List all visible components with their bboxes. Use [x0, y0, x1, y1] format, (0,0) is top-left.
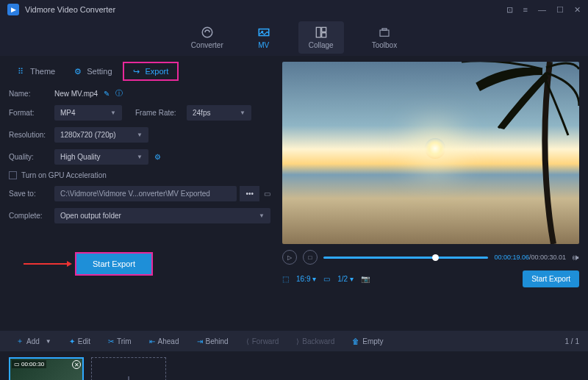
complete-select[interactable]: Open output folder▼ — [54, 208, 270, 223]
scissors-icon: ✂ — [108, 337, 114, 345]
svg-rect-4 — [321, 27, 326, 32]
forward-button[interactable]: ⟨Forward — [239, 334, 287, 348]
remove-clip-icon[interactable]: ✕ — [72, 360, 81, 369]
name-label: Name: — [9, 90, 54, 98]
page-icon: ▭ — [323, 275, 330, 283]
wand-icon: ✦ — [69, 337, 75, 345]
capture-icon[interactable]: 📷 — [361, 275, 370, 283]
behind-button[interactable]: ⇥Behind — [190, 334, 236, 348]
nav-mv[interactable]: MV — [251, 23, 276, 52]
svg-rect-7 — [382, 29, 387, 30]
ahead-icon: ⇤ — [149, 337, 155, 345]
saveto-path: C:\Vidmore\Vidmore V...onverter\MV Expor… — [54, 186, 237, 201]
menu-icon[interactable]: ≡ — [523, 5, 528, 14]
trash-icon: 🗑 — [352, 337, 359, 345]
preview-palm — [447, 62, 579, 244]
play-button[interactable]: ▷ — [282, 250, 297, 265]
ahead-button[interactable]: ⇤Ahead — [142, 334, 187, 348]
svg-rect-3 — [316, 27, 320, 37]
gpu-checkbox[interactable]: Turn on GPU Acceleration — [9, 171, 270, 179]
framerate-label: Frame Rate: — [135, 109, 187, 117]
open-folder-icon[interactable]: ▭ — [264, 190, 270, 198]
info-icon[interactable]: ⓘ — [115, 88, 123, 98]
preview-content — [425, 138, 445, 159]
toolbox-icon — [378, 26, 391, 39]
start-export-button[interactable]: Start Export — [75, 252, 153, 276]
app-title: Vidmore Video Converter — [25, 5, 506, 14]
progress-bar[interactable] — [323, 257, 488, 259]
tab-setting[interactable]: ⚙ Setting — [65, 62, 121, 81]
video-preview[interactable] — [282, 62, 579, 244]
time-display: 00:00:19.06/00:00:30.01 — [494, 254, 566, 261]
trim-button[interactable]: ✂Trim — [101, 334, 139, 348]
export-icon: ↪ — [133, 67, 142, 76]
backward-button[interactable]: ⟩Backward — [289, 334, 342, 348]
backward-icon: ⟩ — [296, 337, 299, 345]
nav-converter[interactable]: Converter — [185, 23, 229, 52]
page-select[interactable]: 1/2 ▾ — [337, 275, 354, 283]
forward-icon: ⟨ — [246, 337, 249, 345]
setting-icon: ⚙ — [74, 67, 83, 76]
maximize-icon[interactable]: ☐ — [556, 5, 564, 15]
stop-button[interactable]: □ — [303, 250, 318, 265]
aspect-select[interactable]: 16:9 ▾ — [296, 275, 316, 283]
tab-theme[interactable]: ⠿ Theme — [9, 62, 64, 81]
svg-rect-5 — [321, 33, 326, 37]
start-export-button-2[interactable]: Start Export — [523, 270, 579, 287]
minimize-icon[interactable]: — — [538, 5, 546, 14]
quality-label: Quality: — [9, 153, 54, 161]
checkbox-icon — [9, 171, 17, 179]
edit-name-icon[interactable]: ✎ — [104, 90, 110, 98]
converter-icon — [201, 26, 214, 39]
name-value: New MV.mp4 — [54, 90, 98, 98]
behind-icon: ⇥ — [197, 337, 203, 345]
nav-collage[interactable]: Collage — [298, 21, 344, 54]
quality-select[interactable]: High Quality▼ — [54, 149, 148, 165]
format-select[interactable]: MP4▼ — [54, 105, 122, 121]
saveto-label: Save to: — [9, 190, 54, 198]
nav-toolbox[interactable]: Toolbox — [366, 23, 403, 52]
close-icon[interactable]: ✕ — [574, 5, 581, 15]
collage-icon — [315, 26, 328, 39]
browse-button[interactable]: ••• — [240, 186, 259, 201]
format-label: Format: — [9, 109, 54, 117]
svg-point-0 — [202, 27, 212, 37]
clip-thumbnail[interactable]: ▭ 00:00:30 ✕ ▷ 🕨 ✦ ✂ — [9, 357, 84, 380]
empty-button[interactable]: 🗑Empty — [345, 334, 390, 348]
mv-icon — [257, 26, 270, 39]
tab-export[interactable]: ↪ Export — [123, 62, 179, 81]
app-logo: ▶ — [7, 4, 19, 15]
resolution-label: Resolution: — [9, 131, 54, 139]
svg-rect-6 — [380, 30, 389, 36]
plus-icon: ＋ — [16, 336, 24, 346]
pager: 1 / 1 — [565, 337, 579, 345]
annotation-arrow — [24, 263, 68, 265]
clip-duration: ▭ 00:00:30 — [12, 360, 46, 368]
framerate-select[interactable]: 24fps▼ — [187, 105, 251, 121]
feedback-icon[interactable]: ⊡ — [506, 5, 513, 15]
theme-icon: ⠿ — [18, 67, 26, 76]
plus-icon: ＋ — [120, 368, 137, 380]
volume-icon[interactable]: 🕪 — [572, 254, 579, 262]
add-button[interactable]: ＋Add▼ — [9, 333, 59, 349]
edit-button[interactable]: ✦Edit — [62, 334, 98, 348]
quality-settings-icon[interactable]: ⚙ — [154, 153, 161, 161]
resolution-select[interactable]: 1280x720 (720p)▼ — [54, 127, 148, 143]
aspect-icon: ⬚ — [282, 275, 289, 283]
add-clip-button[interactable]: ＋ — [91, 357, 166, 380]
complete-label: Complete: — [9, 212, 54, 220]
